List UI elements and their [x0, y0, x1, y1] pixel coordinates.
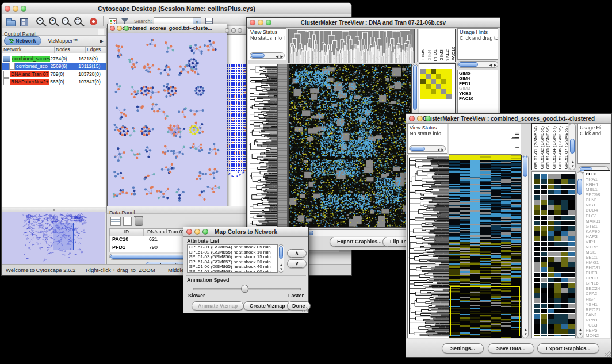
- delete-trash-icon[interactable]: [135, 217, 143, 226]
- matrix-cell[interactable]: [420, 79, 426, 84]
- list-item[interactable]: SEC24: [586, 286, 610, 291]
- list-item[interactable]: PAC10: [459, 97, 498, 102]
- zoom-out-icon[interactable]: −: [35, 17, 45, 26]
- zoom-button[interactable]: [202, 229, 208, 235]
- list-item[interactable]: HMG1: [586, 260, 610, 265]
- network-row-dna-tran[interactable]: DNA and Tran 07 769(0) 183728(0): [2, 70, 106, 78]
- list-item[interactable]: TCB3: [586, 323, 610, 328]
- zoom-fit-icon[interactable]: ▫: [60, 17, 71, 26]
- speed-slider-thumb[interactable]: [241, 285, 248, 293]
- overview-heatmap-canvas[interactable]: [534, 174, 575, 336]
- move-up-button[interactable]: ∧: [287, 249, 307, 258]
- network-canvas[interactable]: [108, 33, 225, 208]
- list-item[interactable]: PHO81: [586, 265, 610, 270]
- network-overview-panel[interactable]: [2, 212, 105, 264]
- main-title-bar[interactable]: Cytoscape Desktop (Session Name: collins…: [2, 3, 351, 15]
- overview-selection-rect[interactable]: [53, 223, 74, 250]
- tab-network[interactable]: Network: [4, 36, 41, 45]
- matrix-cell[interactable]: [426, 94, 431, 99]
- list-item[interactable]: YSH1: [586, 302, 610, 307]
- matrix-cell[interactable]: [446, 89, 452, 94]
- list-item[interactable]: GPL51-06 (GSM865): [557, 126, 563, 170]
- minimize-button[interactable]: [117, 26, 122, 31]
- matrix-cell[interactable]: [420, 74, 426, 79]
- matrix-cell[interactable]: [426, 74, 431, 79]
- list-item[interactable]: CLN1: [586, 197, 610, 202]
- column-dendrogram-canvas[interactable]: [449, 124, 521, 155]
- list-item[interactable]: YKE2: [445, 49, 450, 61]
- matrix-cell[interactable]: [446, 69, 452, 74]
- list-item[interactable]: SEC1: [586, 255, 610, 260]
- matrix-cell[interactable]: [436, 89, 441, 94]
- list-item[interactable]: SPC98: [586, 192, 610, 197]
- help-lifesaver-icon[interactable]: [89, 17, 100, 26]
- close-button[interactable]: [186, 229, 192, 235]
- list-item[interactable]: NTR2: [586, 244, 610, 250]
- list-item[interactable]: PFD1: [433, 49, 438, 61]
- labels-hscrollbar[interactable]: ◀▶: [457, 61, 498, 68]
- matrix-cell[interactable]: [426, 89, 431, 94]
- matrix-cell[interactable]: [446, 79, 452, 84]
- minimize-button[interactable]: [417, 116, 423, 121]
- matrix-cell[interactable]: [431, 94, 436, 99]
- column-labels-vscrollbar[interactable]: ▲▼: [569, 123, 576, 170]
- list-item[interactable]: HAP3: [586, 234, 610, 239]
- network-window-title-bar[interactable]: combined_scores_good.txt--cluste...: [108, 24, 227, 33]
- list-item[interactable]: HRD3: [586, 275, 610, 281]
- list-item[interactable]: PAC10: [451, 47, 456, 61]
- zoom-button[interactable]: [21, 6, 26, 12]
- list-item[interactable]: GPL51-02 (GSM855): [540, 126, 545, 170]
- list-item[interactable]: GPL51-04 (GSM857): [552, 126, 557, 170]
- gene-list-vscrollbar[interactable]: ▲▼: [576, 171, 583, 338]
- network-row-selected[interactable]: combined_sco 2569(6) 13112(15): [2, 63, 106, 71]
- view-status-scrollbar[interactable]: ◀▶: [250, 52, 285, 59]
- matrix-cell[interactable]: [420, 89, 426, 94]
- list-item[interactable]: CPA2: [586, 291, 610, 296]
- list-item[interactable]: NIS1: [586, 202, 610, 208]
- matrix-cell[interactable]: [420, 69, 426, 74]
- list-item[interactable]: MSI1: [586, 250, 610, 255]
- list-item[interactable]: GPL51-07 (GSM868): [564, 126, 569, 170]
- view-status-scrollbar[interactable]: ◀▶: [409, 145, 446, 152]
- treeview-combined-title-bar[interactable]: ClusterMaker TreeView : combined_scores_…: [406, 114, 611, 124]
- list-item[interactable]: GPI16: [586, 281, 610, 286]
- list-item[interactable]: KAP95: [586, 229, 610, 234]
- dendrogram-splitter[interactable]: [415, 29, 418, 62]
- list-item[interactable]: ELG1: [586, 213, 610, 219]
- tab-overflow-arrow[interactable]: ▶: [100, 39, 104, 44]
- matrix-cell[interactable]: [436, 69, 441, 74]
- settings-button[interactable]: Settings...: [442, 343, 484, 354]
- attribute-list-scrollbar[interactable]: ▲▼: [278, 244, 284, 273]
- list-item[interactable]: RPN1: [586, 317, 610, 323]
- data-col-id[interactable]: ID: [110, 229, 144, 236]
- matrix-cell[interactable]: [441, 69, 446, 74]
- list-item[interactable]: YRA1: [586, 177, 610, 182]
- matrix-cell[interactable]: [431, 69, 436, 74]
- matrix-cell[interactable]: [431, 74, 436, 79]
- list-item[interactable]: GTB1: [586, 224, 610, 229]
- list-item[interactable]: MSL1: [586, 187, 610, 192]
- zoom-button[interactable]: [124, 26, 129, 31]
- list-item[interactable]: GIM4: [427, 49, 433, 61]
- list-item[interactable]: RNR4: [586, 182, 610, 187]
- dialog-title-bar[interactable]: Map Colors to Network: [183, 227, 308, 237]
- list-item[interactable]: BUD4: [586, 208, 610, 213]
- list-item[interactable]: PUF3: [586, 270, 610, 275]
- zoom-button[interactable]: [266, 20, 271, 25]
- matrix-cell[interactable]: [441, 79, 446, 84]
- zoom-selected-icon[interactable]: ∷: [73, 17, 83, 26]
- list-item[interactable]: FIG4: [586, 297, 610, 302]
- close-button[interactable]: [5, 6, 10, 12]
- matrix-cell[interactable]: [441, 94, 446, 99]
- matrix-cell[interactable]: [426, 69, 431, 74]
- matrix-cell[interactable]: [431, 84, 436, 89]
- column-dendrogram-canvas[interactable]: [288, 29, 415, 63]
- move-down-button[interactable]: ∨: [287, 259, 307, 268]
- list-item[interactable]: PFD1: [586, 171, 610, 177]
- matrix-cell[interactable]: [441, 89, 446, 94]
- create-vizmap-button[interactable]: Create Vizmap: [243, 301, 292, 311]
- minimize-button[interactable]: [194, 229, 200, 235]
- close-button[interactable]: [225, 28, 230, 33]
- close-button[interactable]: [409, 116, 415, 121]
- list-item[interactable]: MAK31: [586, 219, 610, 224]
